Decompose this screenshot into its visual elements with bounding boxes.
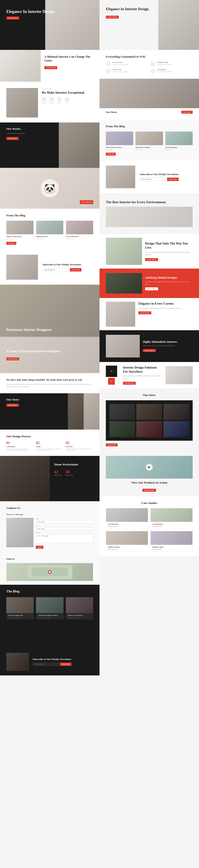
works-photo <box>59 122 100 168</box>
subscribe-right-section: Subscribe to Our Weekly Newsletter. Subs… <box>100 161 199 193</box>
case-card-meta-1[interactable]: Read Case Study <box>108 526 146 527</box>
hero-left-title: Elegance In Interior Design. <box>6 9 55 14</box>
email-input[interactable] <box>36 527 93 530</box>
store-item-3[interactable] <box>163 404 189 420</box>
message-input[interactable] <box>36 534 93 543</box>
blog-card-2: Choosing the Right Furniture By Admin · … <box>36 597 63 620</box>
elegance-cta[interactable]: Learn More <box>138 311 151 314</box>
field-message: Message <box>36 532 93 543</box>
subscribe-right-cta[interactable]: Subscribe <box>167 178 179 181</box>
customize-title: Everything Customized to YOU <box>106 55 193 59</box>
team-cta[interactable]: Learn More <box>6 358 19 361</box>
blog-post-meta-1: June 12, 2021 <box>6 238 34 240</box>
passionate-title: Passionate Interior Designers <box>6 328 52 332</box>
make-icons: Quality Design Service Care <box>42 97 85 104</box>
case-card-meta-3[interactable]: Read Case Study <box>108 549 146 550</box>
case-card-img-3 <box>106 531 148 545</box>
visit-title: Visit Us <box>6 557 93 560</box>
blog-left-cta[interactable]: View All <box>6 242 16 245</box>
cushion-face <box>41 179 59 197</box>
blog-right-cta[interactable]: View All <box>106 153 116 156</box>
sub-footer-form: Subscribe <box>33 662 72 666</box>
subscribe-left-input[interactable] <box>42 268 69 272</box>
subscribe-left-cta[interactable]: Subscribe <box>70 268 82 272</box>
work-right-text: Our Work See More <box>100 108 199 116</box>
design-suits-cta[interactable]: Learn More <box>145 258 158 261</box>
team-desc-title: We don't only make things beautiful. We … <box>6 378 93 381</box>
name-input[interactable] <box>36 520 93 524</box>
view-products-cta[interactable]: Watch Video <box>143 489 156 492</box>
process-num-1: 01 <box>6 441 34 445</box>
subscribe-left-title: Subscribe to Our Weekly Newsletter. <box>42 263 81 266</box>
story-images <box>68 393 100 430</box>
solutions-section: ID ★ Interior Design Solutions For Anywh… <box>100 362 199 388</box>
case-card-meta-2[interactable]: Read Case Study <box>152 526 191 527</box>
store-cta[interactable]: Shop Now <box>106 443 118 446</box>
minimal-cta[interactable]: Learn More <box>44 66 57 69</box>
icon-label-2: Design <box>50 102 53 104</box>
play-button[interactable]: ▶ <box>146 464 153 471</box>
hero-right-cta[interactable]: Learn More <box>106 16 119 19</box>
subscribe-left-form: Subscribe <box>42 268 81 272</box>
solutions-title: Interior Design Solutions For Anywhere. <box>123 366 162 374</box>
customize-item-4-text: Fast Delivery On-time project completion <box>157 69 172 72</box>
customize-desc-1: Tailored to your unique taste <box>113 64 128 65</box>
store-item-1[interactable] <box>110 404 135 420</box>
satisfying-cta[interactable]: Learn More <box>145 287 158 290</box>
case-card-2: Our Philosophy Read Case Study <box>150 508 193 529</box>
blog-card-body-2: Choosing the Right Furniture By Admin · … <box>36 613 63 620</box>
process-step-title-3: Execution <box>66 446 93 447</box>
customize-icon-4 <box>150 69 155 74</box>
sub-footer-input[interactable] <box>33 662 59 666</box>
blog-card-3: Outdoor Living Spaces By Admin · April 2… <box>66 597 93 620</box>
works-cta[interactable]: View Work <box>6 137 18 140</box>
process-step-body-2: Our designers create detailed plans tail… <box>36 448 63 451</box>
case-card-img-1 <box>106 508 148 522</box>
store-item-5[interactable] <box>136 421 162 437</box>
process-step-title-2: Design <box>36 446 63 447</box>
right-spacer <box>100 557 199 625</box>
map-placeholder <box>6 563 93 581</box>
icon-box-4 <box>65 97 69 102</box>
design-suits-text: Design That Suits The Way You Live. We c… <box>145 242 193 261</box>
message-label: Message <box>36 532 93 533</box>
case-card-img-2 <box>151 508 192 522</box>
design-suits-title: Design That Suits The Way You Live. <box>145 242 193 250</box>
store-item-4[interactable] <box>110 421 135 437</box>
contact-send-btn[interactable]: Send <box>36 546 43 549</box>
form-fields: Name Email Message Send <box>36 518 93 549</box>
view-products-section: ▶ View Our Products in Action Watch Vide… <box>100 451 199 496</box>
subscribe-right-input[interactable] <box>140 178 166 181</box>
store-item-2[interactable] <box>136 404 162 420</box>
cushion-badge: New Arrivals <box>80 200 93 204</box>
contact-photo <box>6 518 34 547</box>
store-item-6[interactable] <box>163 421 189 437</box>
hero-left-cta[interactable]: Learn More <box>6 17 19 20</box>
sub-footer-cta[interactable]: Subscribe <box>60 662 72 666</box>
case-card-meta-4[interactable]: Read Case Study <box>152 549 191 550</box>
icon-box-1 <box>42 97 46 102</box>
hero-left-text: Elegance In Interior Design. Learn More <box>6 9 55 20</box>
work-right-cta[interactable]: See More <box>182 111 193 114</box>
case-card-body-3: Building Stronger Read Case Study <box>106 545 148 551</box>
blog-post-title-1: Modern Living Spaces <box>6 236 34 238</box>
process-step-2: 02 Design Our designers create detailed … <box>36 441 63 451</box>
story-cta[interactable]: Read More <box>6 404 19 407</box>
blog-post-2: Minimalist Decor May 28, 2021 <box>36 221 63 240</box>
process-step-3: 03 Execution We bring the design to life… <box>66 441 93 451</box>
elegance-text: Elegance in Every Corner. From the grand… <box>138 302 182 327</box>
subscribe-right-title: Subscribe to Our Weekly Newsletter. <box>140 173 178 176</box>
store-grid <box>110 404 189 437</box>
minimalistic-cta[interactable]: Learn More <box>143 349 156 352</box>
minimal-text: A Minimal Interior Can Change The Game. … <box>41 50 100 82</box>
workstation-section: Home Workstation 42 Projects Done 58 Hap… <box>0 456 100 501</box>
customize-icon-3 <box>106 69 111 74</box>
blog-page-title: The Blog <box>6 589 93 594</box>
page-wrapper: Elegance In Interior Design. Learn More … <box>0 0 199 676</box>
blog-right-post-2: Small Space Solutions May 22, 2021 <box>135 131 163 150</box>
solutions-cta[interactable]: Contact Us <box>123 382 136 385</box>
subscribe-right-photo <box>106 165 135 188</box>
team-section: A Team of Passionate Interior Designers.… <box>0 337 100 373</box>
customize-desc-2: Solutions for every budget <box>157 64 172 65</box>
blog-right-section: From The Blog Bedroom Refresh Ideas June… <box>100 120 199 161</box>
